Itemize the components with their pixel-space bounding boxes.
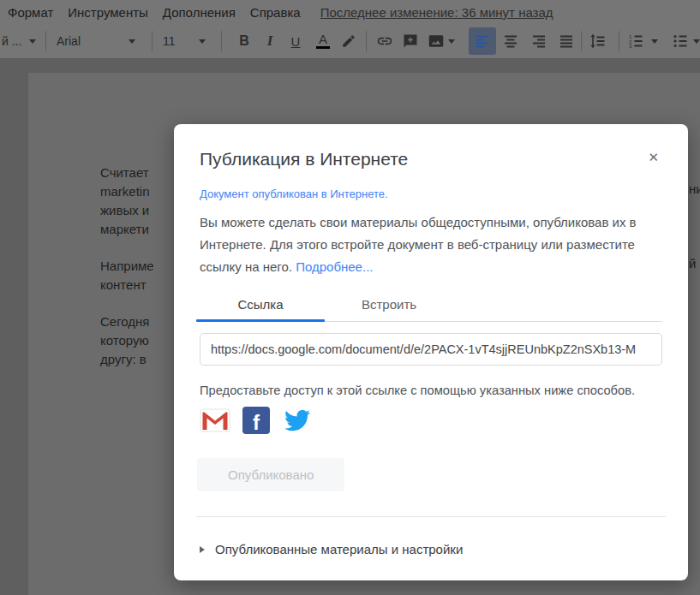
dialog-description: Вы можете сделать свои материалы общедос…: [200, 211, 662, 278]
chevron-down-icon[interactable]: [199, 39, 206, 44]
toolbar-separator: [581, 31, 582, 51]
gmail-icon: [200, 408, 230, 432]
doc-line: живых и: [100, 201, 154, 220]
published-button[interactable]: Опубликовано: [197, 458, 344, 491]
toolbar-separator: [221, 31, 222, 51]
toolbar-separator: [619, 31, 619, 51]
tab-bar: Ссылка Встроить: [196, 289, 662, 322]
chevron-down-icon[interactable]: [29, 39, 36, 44]
align-right-icon: [531, 33, 547, 49]
font-family-select[interactable]: Arial: [57, 28, 81, 54]
italic-button[interactable]: I: [257, 28, 283, 54]
add-comment-icon: [403, 33, 418, 49]
insert-image-button[interactable]: [423, 28, 449, 54]
add-comment-button[interactable]: [398, 28, 423, 54]
align-left-icon: [475, 33, 490, 49]
published-status-link[interactable]: Документ опубликован в Интернете.: [200, 187, 662, 200]
line-spacing-button[interactable]: [585, 28, 611, 54]
dialog-title: Публикация в Интернете: [200, 148, 408, 170]
bulleted-list-button[interactable]: [667, 28, 693, 54]
paragraph: Наприме контент: [100, 257, 154, 295]
underline-button[interactable]: U: [283, 28, 308, 54]
align-center-button[interactable]: [498, 28, 524, 54]
toolbar-separator: [45, 31, 46, 51]
menu-bar: Формат Инструменты Дополнения Справка По…: [0, 0, 700, 24]
chevron-down-icon[interactable]: [651, 39, 658, 44]
doc-line: Наприме: [100, 257, 154, 276]
document-text: Считает marketin живых и маркети Наприме…: [100, 164, 154, 387]
text-highlight-button[interactable]: [336, 28, 362, 54]
paragraph-style-select[interactable]: й ...: [2, 28, 21, 54]
align-right-button[interactable]: [526, 28, 552, 54]
menu-item-tools[interactable]: Инструменты: [68, 5, 148, 20]
docs-app: Формат Инструменты Дополнения Справка По…: [0, 0, 700, 595]
insert-image-icon: [428, 33, 444, 49]
doc-line: другу: в: [100, 350, 154, 369]
tab-embed[interactable]: Встроить: [325, 289, 453, 321]
toolbar: й ... Arial 11 B I U A: [0, 24, 700, 59]
bold-button[interactable]: B: [231, 28, 257, 54]
menu-item-format[interactable]: Формат: [8, 5, 53, 20]
facebook-icon: f: [242, 407, 270, 434]
link-icon: [376, 33, 393, 50]
chevron-down-icon[interactable]: [448, 39, 455, 44]
doc-line: marketin: [100, 182, 154, 201]
twitter-icon: [282, 408, 313, 433]
published-link-input[interactable]: [200, 333, 662, 366]
doc-line: Сегодня: [100, 312, 154, 331]
align-justify-icon: [559, 33, 574, 49]
share-twitter-button[interactable]: [282, 408, 313, 433]
menu-item-help[interactable]: Справка: [250, 5, 301, 20]
text-color-button[interactable]: A: [310, 28, 336, 54]
toolbar-separator: [366, 31, 367, 51]
last-edit-link[interactable]: Последнее изменение: 36 минут назад: [320, 5, 553, 20]
tab-link[interactable]: Ссылка: [196, 289, 325, 321]
numbered-list-button[interactable]: 1 2 3: [623, 28, 649, 54]
chevron-down-icon[interactable]: [693, 39, 700, 44]
share-caption: Предоставьте доступ к этой ссылке с помо…: [200, 384, 662, 397]
expander-label: Опубликованные материалы и настройки: [215, 542, 463, 556]
text-highlight-icon: [341, 33, 356, 49]
doc-line: маркети: [100, 220, 154, 239]
align-justify-button[interactable]: [553, 28, 579, 54]
doc-line: контент: [100, 276, 154, 295]
insert-link-button[interactable]: [372, 28, 398, 54]
doc-line-fragment: ни: [689, 181, 700, 196]
text-color-swatch: [316, 46, 330, 49]
share-gmail-button[interactable]: [200, 408, 230, 432]
numbered-list-icon: 1 2 3: [628, 33, 643, 49]
published-content-settings-expander[interactable]: Опубликованные материалы и настройки: [200, 542, 662, 556]
align-left-button[interactable]: [469, 27, 496, 55]
dialog-divider: [196, 516, 666, 517]
doc-line-fragment: й: [689, 256, 696, 271]
close-icon[interactable]: ✕: [644, 148, 662, 167]
toolbar-separator: [152, 31, 153, 51]
paragraph: Считает marketin живых и маркети: [100, 164, 154, 239]
doc-line: Считает: [100, 164, 154, 182]
paragraph: Сегодня которую другу: в: [100, 312, 154, 369]
menu-item-addons[interactable]: Дополнения: [163, 5, 236, 20]
description-text: Вы можете сделать свои материалы общедос…: [200, 215, 637, 274]
svg-text:3: 3: [629, 44, 632, 49]
doc-line: которую: [100, 331, 154, 350]
chevron-down-icon[interactable]: [129, 39, 135, 44]
text-color-label: A: [319, 33, 327, 45]
publish-dialog: Публикация в Интернете ✕ Документ опубли…: [174, 124, 688, 580]
bulleted-list-icon: [673, 33, 688, 49]
dialog-header: Публикация в Интернете ✕: [200, 148, 662, 170]
align-center-icon: [503, 33, 518, 49]
share-icons-row: f: [200, 407, 662, 434]
line-spacing-icon: [590, 33, 606, 49]
learn-more-link[interactable]: Подробнее...: [296, 259, 373, 274]
font-size-select[interactable]: 11: [163, 28, 176, 54]
share-facebook-button[interactable]: f: [242, 407, 270, 434]
expand-arrow-icon: [200, 546, 205, 553]
